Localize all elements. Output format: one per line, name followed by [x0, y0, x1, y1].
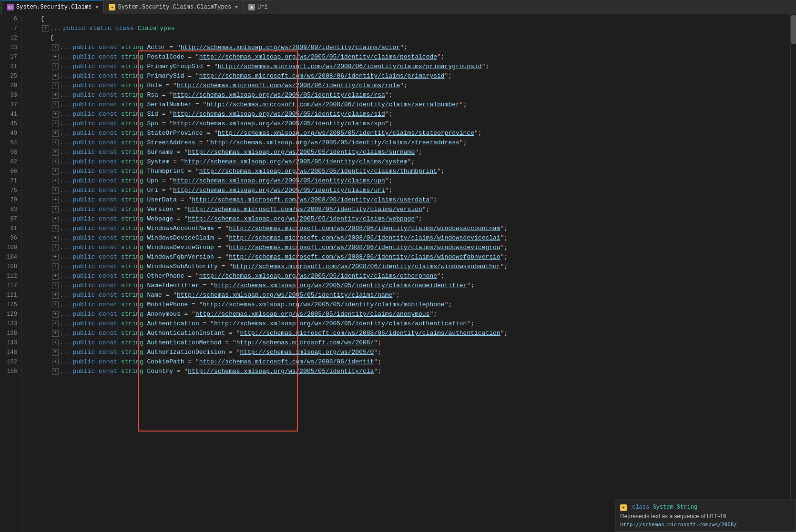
expander-icon[interactable]: +: [52, 225, 59, 232]
expander-icon[interactable]: +: [52, 206, 59, 213]
claim-url[interactable]: http://schemas.microsoft.com/ws/2008/06/…: [199, 357, 374, 367]
tab-claim-types[interactable]: ✦ System.Security.Claims.ClaimTypes ▼: [103, 0, 243, 14]
tab-dropdown-1[interactable]: ▼: [95, 5, 98, 10]
collapsed-dots: ...: [60, 291, 71, 300]
scrollbar-track[interactable]: [790, 14, 796, 532]
code-line: +...public const string PrimarySid = "ht…: [21, 71, 790, 81]
expander-icon[interactable]: +: [52, 130, 59, 137]
line-numbers: 6712131721252933374145495458626671757983…: [0, 14, 21, 532]
expander-icon[interactable]: +: [52, 340, 59, 346]
claim-url[interactable]: http://schemas.microsoft.com/ws/2008/: [236, 338, 374, 348]
cs-yellow-icon: ✦: [109, 4, 115, 10]
tooltip-icon: ✦: [620, 504, 627, 511]
expander-icon[interactable]: +: [52, 73, 59, 80]
expander-icon[interactable]: +: [52, 263, 59, 270]
line-number: 49: [4, 129, 17, 138]
claim-url[interactable]: http://schemas.xmlsoap.org/ws/2005/05/id…: [203, 300, 445, 310]
expander-icon[interactable]: +: [52, 111, 59, 118]
expander-icon[interactable]: +: [52, 63, 59, 70]
claim-url[interactable]: http://schemas.xmlsoap.org/ws/2005/05/id…: [218, 129, 474, 138]
expander-icon[interactable]: +: [52, 244, 59, 251]
code-content[interactable]: {+...public static class ClaimTypes{+...…: [21, 14, 790, 532]
code-line: +...public const string PostalCode = "ht…: [21, 52, 790, 62]
box-icon: ▣: [248, 4, 255, 10]
collapsed-dots: ...: [60, 348, 71, 357]
expander-icon[interactable]: +: [52, 301, 59, 308]
claim-url[interactable]: http://schemas.xmlsoap.org/ws/2005/05/id…: [199, 271, 437, 281]
claim-url[interactable]: http://schemas.microsoft.com/ws/2008/06/…: [192, 195, 429, 205]
expander-icon[interactable]: +: [52, 292, 59, 299]
claim-url[interactable]: http://schemas.xmlsoap.org/ws/2005/0: [240, 348, 374, 357]
expander-icon[interactable]: +: [52, 359, 59, 365]
claim-url[interactable]: http://schemas.microsoft.com/ws/2008/06/…: [229, 243, 500, 252]
claim-url[interactable]: http://schemas.microsoft.com/ws/2008/06/…: [199, 71, 445, 81]
line-number: 21: [4, 62, 17, 71]
claim-url[interactable]: http://schemas.microsoft.com/ws/2008/06/…: [206, 100, 459, 110]
claim-url[interactable]: http://schemas.microsoft.com/ws/2008/06/…: [229, 233, 500, 243]
expander-icon[interactable]: +: [52, 273, 59, 280]
claim-url[interactable]: http://schemas.xmlsoap.org/ws/2005/05/id…: [173, 110, 385, 119]
expander-icon[interactable]: +: [52, 349, 59, 356]
claim-url[interactable]: http://schemas.microsoft.com/ws/2008/06/…: [240, 329, 500, 338]
claim-url[interactable]: http://schemas.xmlsoap.org/ws/2005/05/id…: [173, 90, 385, 100]
code-line: +...public const string AuthorizationDec…: [21, 348, 790, 357]
expander-icon[interactable]: +: [52, 82, 59, 89]
claim-url[interactable]: http://schemas.xmlsoap.org/ws/2005/05/id…: [199, 167, 437, 176]
expander-icon[interactable]: +: [52, 140, 59, 146]
expander-icon[interactable]: +: [52, 101, 59, 108]
expander-icon[interactable]: +: [52, 197, 59, 203]
claim-url[interactable]: http://schemas.xmlsoap.org/ws/2005/05/id…: [173, 119, 385, 129]
claim-url[interactable]: http://schemas.xmlsoap.org/ws/2005/05/id…: [214, 281, 467, 291]
claim-url[interactable]: http://schemas.microsoft.com/ws/2008/06/…: [233, 262, 500, 271]
claim-url[interactable]: http://schemas.microsoft.com/ws/2008/06/…: [188, 205, 422, 214]
expander-icon[interactable]: +: [52, 282, 59, 289]
claim-url[interactable]: http://schemas.microsoft.com/ws/2008/06/…: [229, 224, 500, 233]
claim-url[interactable]: http://schemas.xmlsoap.org/ws/2005/05/id…: [184, 157, 408, 167]
code-line: +...public const string AuthenticationIn…: [21, 329, 790, 338]
expander-icon[interactable]: +: [52, 149, 59, 156]
collapsed-dots: ...: [60, 138, 71, 148]
claim-url[interactable]: http://schemas.xmlsoap.org/ws/2005/05/id…: [199, 52, 437, 62]
claim-url[interactable]: http://schemas.xmlsoap.org/ws/2005/05/id…: [173, 186, 385, 195]
expander-icon[interactable]: +: [52, 368, 59, 375]
expander-icon[interactable]: +: [52, 120, 59, 127]
line-number: 138: [4, 329, 17, 338]
claim-url[interactable]: http://schemas.xmlsoap.org/ws/2005/05/id…: [210, 138, 459, 148]
tooltip-description: Represents text as a sequence of UTF-16: [620, 513, 791, 520]
expander-icon[interactable]: +: [52, 235, 59, 241]
scrollbar-thumb[interactable]: [791, 15, 796, 44]
expander-icon[interactable]: +: [52, 54, 59, 60]
expander-icon[interactable]: +: [52, 44, 59, 51]
claim-url[interactable]: http://schemas.xmlsoap.org/ws/2005/05/id…: [188, 367, 374, 376]
tab-system-security-claims[interactable]: C# System.Security.Claims ▼: [2, 0, 103, 14]
expander-icon[interactable]: +: [52, 168, 59, 175]
expander-icon[interactable]: +: [52, 311, 59, 318]
line-number: 148: [4, 348, 17, 357]
collapsed-dots: ...: [60, 205, 71, 214]
claim-url[interactable]: http://schemas.xmlsoap.org/ws/2005/05/id…: [177, 291, 392, 300]
expander-icon[interactable]: +: [52, 216, 59, 222]
claim-url[interactable]: http://schemas.microsoft.com/ws/2008/06/…: [229, 252, 500, 262]
claim-url[interactable]: http://schemas.xmlsoap.org/ws/2005/05/id…: [188, 214, 415, 224]
claim-url[interactable]: http://schemas.xmlsoap.org/ws/2005/05/id…: [188, 148, 415, 157]
expander-icon[interactable]: +: [52, 187, 59, 194]
claim-url[interactable]: http://schemas.xmlsoap.org/ws/2009/09/id…: [181, 43, 400, 52]
expander-icon[interactable]: +: [52, 178, 59, 184]
expander-icon[interactable]: +: [52, 321, 59, 327]
tab-uri[interactable]: ▣ Uri: [243, 0, 273, 14]
expander-icon[interactable]: +: [42, 25, 49, 32]
line-number: 62: [4, 157, 17, 167]
claim-url[interactable]: http://schemas.xmlsoap.org/ws/2005/05/id…: [195, 310, 429, 319]
expander-icon[interactable]: +: [52, 254, 59, 261]
claim-url[interactable]: http://schemas.microsoft.com/ws/2008/06/…: [177, 81, 400, 90]
expander-icon[interactable]: +: [52, 92, 59, 99]
collapsed-dots: ...: [60, 262, 71, 271]
line-number: 66: [4, 167, 17, 176]
claim-url[interactable]: http://schemas.xmlsoap.org/ws/2005/05/id…: [214, 319, 467, 329]
tab-dropdown-2[interactable]: ▼: [235, 5, 238, 10]
claim-url[interactable]: http://schemas.xmlsoap.org/ws/2005/05/id…: [173, 176, 385, 186]
expander-icon[interactable]: +: [52, 159, 59, 165]
expander-icon[interactable]: +: [52, 330, 59, 337]
line-number: 143: [4, 338, 17, 348]
claim-url[interactable]: http://schemas.microsoft.com/ws/2008/06/…: [218, 62, 482, 71]
